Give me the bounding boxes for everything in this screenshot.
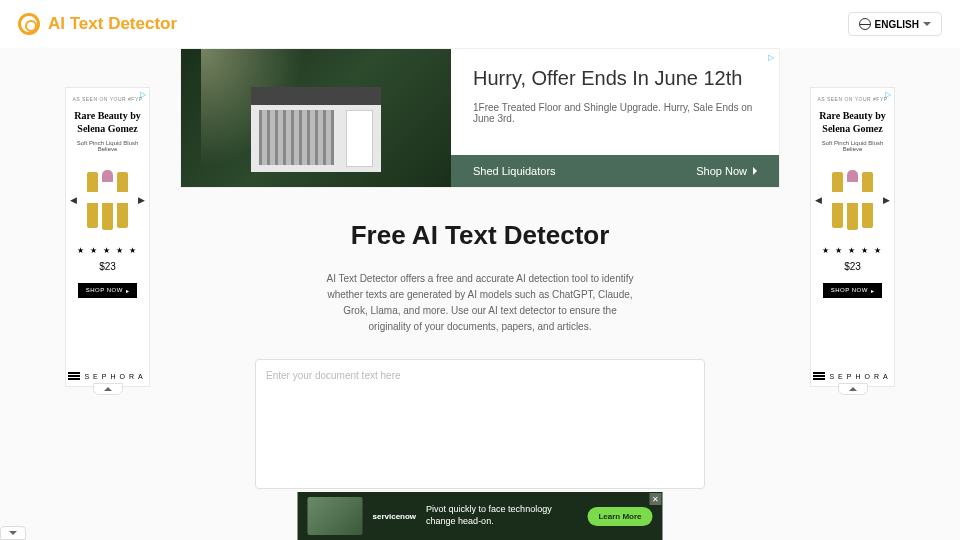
page-description: AI Text Detector offers a free and accur… [325, 271, 635, 335]
collapse-ad-button[interactable] [838, 383, 868, 395]
carousel-next-icon[interactable]: ▶ [883, 195, 890, 205]
ad-logo: servicenow [373, 512, 417, 521]
ad-product-title: Rare Beauty by Selena Gomez [817, 110, 888, 135]
language-selector[interactable]: ENGLISH [848, 12, 942, 36]
shop-now-button[interactable]: SHOP NOW▸ [78, 283, 138, 298]
ad-tag: AS SEEN ON YOUR #FYP [72, 96, 143, 102]
brand-name: AI Text Detector [48, 14, 177, 34]
logo-icon [18, 13, 40, 35]
learn-more-button[interactable]: Learn More [587, 507, 652, 526]
carousel-next-icon[interactable]: ▶ [138, 195, 145, 205]
ad-image [181, 49, 451, 187]
ad-text: Pivot quickly to face technology change … [426, 504, 577, 527]
language-label: ENGLISH [875, 19, 919, 30]
ad-price: $23 [72, 261, 143, 272]
chevron-up-icon [849, 387, 857, 391]
bottom-banner-ad[interactable]: ✕ servicenow Pivot quickly to face techn… [298, 492, 663, 540]
left-sidebar-ad[interactable]: ▷ AS SEEN ON YOUR #FYP Rare Beauty by Se… [65, 87, 150, 387]
ad-info-icon[interactable]: ▷ [765, 51, 777, 63]
ad-close-icon[interactable]: ✕ [650, 493, 662, 505]
collapse-ad-button[interactable] [93, 383, 123, 395]
top-banner-ad[interactable]: ▷ Hurry, Offer Ends In June 12th 1Free T… [180, 48, 780, 188]
shop-now-button[interactable]: SHOP NOW▸ [823, 283, 883, 298]
rating-stars: ★ ★ ★ ★ ★ [72, 246, 143, 255]
document-input[interactable] [255, 359, 705, 489]
carousel-prev-icon[interactable]: ◀ [815, 195, 822, 205]
rating-stars: ★ ★ ★ ★ ★ [817, 246, 888, 255]
right-sidebar-ad[interactable]: ▷ AS SEEN ON YOUR #FYP Rare Beauty by Se… [810, 87, 895, 387]
ad-product-sub: Soft Pinch Liquid Blush Believe [817, 140, 888, 152]
ad-price: $23 [817, 261, 888, 272]
chevron-down-icon [923, 22, 931, 26]
site-logo[interactable]: AI Text Detector [18, 13, 177, 35]
page-collapse-button[interactable] [0, 526, 26, 540]
ad-store-logo: SEPHORA [66, 372, 149, 380]
chevron-up-icon [104, 387, 112, 391]
carousel-prev-icon[interactable]: ◀ [70, 195, 77, 205]
ad-image [308, 497, 363, 535]
ad-product-title: Rare Beauty by Selena Gomez [72, 110, 143, 135]
ad-product-sub: Soft Pinch Liquid Blush Believe [72, 140, 143, 152]
ad-subtext: 1Free Treated Floor and Shingle Upgrade.… [473, 102, 757, 124]
ad-product-image: ◀ ▶ [817, 160, 888, 240]
ad-headline: Hurry, Offer Ends In June 12th [473, 67, 757, 90]
ad-store-logo: SEPHORA [811, 372, 894, 380]
chevron-right-icon [753, 167, 757, 175]
chevron-down-icon [9, 531, 17, 535]
ad-tag: AS SEEN ON YOUR #FYP [817, 96, 888, 102]
ad-cta-button[interactable]: Shop Now [696, 165, 757, 177]
ad-product-image: ◀ ▶ [72, 160, 143, 240]
globe-icon [859, 18, 871, 30]
ad-brand: Shed Liquidators [473, 165, 556, 177]
